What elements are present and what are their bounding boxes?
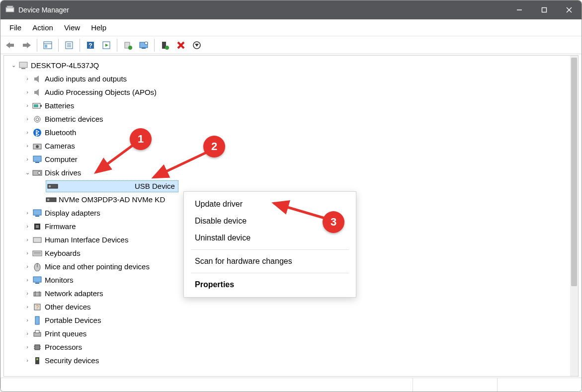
chevron-right-icon[interactable]: › (23, 114, 32, 124)
action-button[interactable] (99, 38, 113, 52)
svg-rect-7 (10, 44, 14, 47)
tree-item[interactable]: ›Biometric devices (6, 112, 576, 126)
svg-text:?: ? (88, 42, 92, 49)
chevron-right-icon[interactable]: › (23, 302, 32, 312)
chevron-right-icon[interactable]: › (23, 342, 32, 352)
maximize-button[interactable] (532, 0, 557, 19)
minimize-button[interactable] (507, 0, 532, 19)
chevron-right-icon[interactable]: › (23, 101, 32, 110)
chevron-right-icon[interactable]: › (23, 128, 32, 137)
chevron-right-icon[interactable]: › (23, 248, 32, 258)
chevron-right-icon[interactable]: › (23, 329, 32, 338)
status-segment (497, 378, 582, 392)
toolbar: ? (0, 36, 582, 54)
svg-rect-69 (35, 316, 39, 324)
chevron-right-icon[interactable]: › (23, 235, 32, 244)
context-separator (191, 249, 349, 250)
chevron-right-icon[interactable]: › (23, 315, 32, 325)
svg-marker-6 (6, 42, 10, 48)
vertical-scrollbar[interactable] (570, 56, 578, 376)
chevron-right-icon[interactable]: › (23, 141, 32, 151)
chevron-right-icon[interactable]: › (23, 356, 32, 365)
tree-item[interactable]: ›?Other devices (6, 300, 576, 314)
tree-item-label: Audio inputs and outputs (45, 73, 127, 85)
scrollbar-thumb[interactable] (571, 58, 577, 286)
show-hide-tree-button[interactable] (41, 38, 55, 52)
properties-button[interactable] (62, 38, 76, 52)
svg-rect-49 (49, 185, 51, 187)
svg-point-47 (38, 171, 41, 174)
chevron-right-icon[interactable]: › (23, 222, 32, 231)
device-category-icon (32, 143, 43, 150)
chevron-right-icon[interactable]: › (23, 87, 32, 97)
help-button[interactable]: ? (83, 38, 97, 52)
svg-rect-44 (33, 156, 41, 161)
tree-item[interactable]: ›Bluetooth (6, 126, 576, 139)
tree-item-label: Audio Processing Objects (APOs) (45, 86, 157, 99)
svg-marker-20 (105, 44, 108, 47)
chevron-right-icon[interactable]: › (23, 262, 32, 271)
status-segment (0, 378, 413, 392)
tree-item[interactable]: ›Portable Devices (6, 314, 576, 327)
device-category-icon (32, 343, 43, 352)
status-segment (413, 378, 497, 392)
close-button[interactable] (557, 0, 582, 19)
context-separator (191, 273, 349, 273)
menu-action[interactable]: Action (27, 21, 58, 34)
tree-item-label: Mice and other pointing devices (45, 260, 150, 273)
menu-help[interactable]: Help (86, 21, 111, 34)
disable-device-button[interactable] (190, 38, 204, 52)
tree-item[interactable]: ›Print queues (6, 327, 576, 340)
tree-item-label: Bluetooth (45, 126, 76, 139)
svg-point-27 (165, 46, 169, 50)
scan-hardware-button[interactable] (137, 38, 151, 52)
chevron-right-icon[interactable]: › (23, 289, 32, 298)
computer-icon (18, 62, 29, 70)
chevron-right-icon[interactable]: › (23, 155, 32, 164)
device-category-icon (32, 316, 43, 325)
forward-button[interactable] (19, 38, 33, 52)
svg-rect-9 (23, 44, 27, 47)
disk-drive-icon (47, 184, 58, 189)
disk-drive-icon (46, 197, 57, 202)
svg-marker-35 (34, 89, 39, 96)
tree-item[interactable]: ›Batteries (6, 99, 576, 112)
menu-view[interactable]: View (59, 21, 85, 34)
chevron-right-icon[interactable]: › (23, 275, 32, 285)
device-category-icon (32, 103, 43, 109)
context-scan-hardware[interactable]: Scan for hardware changes (184, 253, 356, 270)
uninstall-device-button[interactable] (174, 38, 188, 52)
enable-device-button[interactable] (158, 38, 172, 52)
chevron-down-icon[interactable]: ⌄ (9, 61, 18, 70)
tree-item-label: Firmware (45, 220, 76, 233)
context-properties[interactable]: Properties (184, 276, 356, 293)
tree-item[interactable]: ›Audio Processing Objects (APOs) (6, 85, 576, 99)
tree-item[interactable]: ›Processors (6, 340, 576, 354)
tree-item-label: Monitors (45, 274, 74, 287)
svg-rect-53 (35, 216, 39, 217)
device-category-icon (32, 170, 43, 176)
tree-root[interactable]: ⌄ DESKTOP-4L537JQ (6, 59, 576, 72)
svg-rect-57 (33, 251, 42, 256)
tree-child-item[interactable]: USB Device (6, 179, 576, 193)
svg-rect-64 (34, 292, 41, 296)
svg-rect-71 (35, 330, 39, 333)
back-button[interactable] (3, 38, 17, 52)
menu-file[interactable]: File (4, 21, 26, 34)
svg-rect-52 (33, 210, 41, 215)
tree-item[interactable]: ›Audio inputs and outputs (6, 72, 576, 85)
chevron-down-icon[interactable]: ⌄ (23, 168, 32, 177)
tree-item[interactable]: ›Security devices (6, 354, 576, 367)
update-driver-button[interactable] (121, 38, 135, 52)
device-category-icon (32, 223, 43, 231)
chevron-right-icon[interactable]: › (23, 74, 32, 83)
device-category-icon (32, 250, 43, 256)
device-category-icon (32, 330, 43, 338)
tree-item-label: Disk drives (45, 166, 81, 179)
tree-item-label: Keyboards (45, 247, 81, 260)
titlebar: Device Manager (0, 0, 582, 19)
chevron-right-icon[interactable]: › (23, 208, 32, 218)
svg-rect-72 (35, 345, 40, 350)
tree-item-label: Network adapters (45, 287, 103, 300)
svg-rect-38 (34, 104, 38, 107)
